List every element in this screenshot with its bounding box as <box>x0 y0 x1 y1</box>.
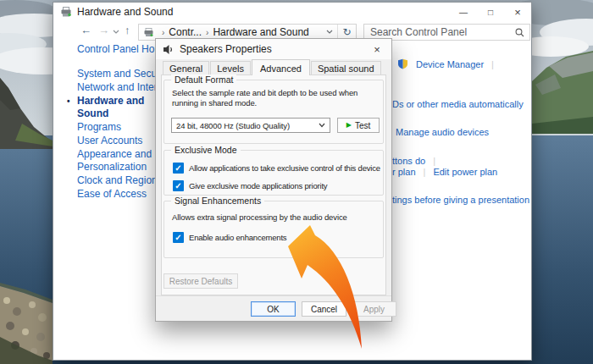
address-dropdown-icon[interactable] <box>326 30 333 35</box>
default-format-description: Select the sample rate and bit depth to … <box>172 88 379 108</box>
link-separator: | <box>491 59 494 69</box>
tab-advanced[interactable]: Advanced <box>252 59 310 75</box>
uac-shield-icon <box>397 58 408 69</box>
checkbox-checked-icon[interactable]: ✓ <box>173 232 184 243</box>
sidebar-item-label: Hardware and Sound <box>77 95 144 119</box>
minimize-button[interactable]: — <box>450 3 477 21</box>
restore-defaults-button[interactable]: Restore Defaults <box>163 273 238 289</box>
up-button[interactable]: ↑ <box>125 24 130 36</box>
search-icon[interactable] <box>515 28 524 37</box>
presentation-row: tings before giving a presentation <box>392 195 529 205</box>
checkbox-checked-icon[interactable]: ✓ <box>173 180 184 191</box>
dialog-titlebar: Speakers Properties × <box>156 39 391 59</box>
speaker-icon <box>163 44 174 55</box>
checkbox-checked-icon[interactable]: ✓ <box>173 163 184 174</box>
breadcrumb-item-control-panel[interactable]: Contr... <box>169 26 202 38</box>
test-button[interactable]: ▶ Test <box>337 118 380 133</box>
sample-rate-dropdown[interactable]: 24 bit, 48000 Hz (Studio Quality) <box>171 118 330 133</box>
autoplay-link[interactable]: Ds or other media automatically <box>392 99 524 109</box>
window-controls: — □ × <box>450 3 531 21</box>
maximize-button[interactable]: □ <box>477 3 504 21</box>
power-plan-row: r plan | Edit power plan <box>392 167 497 177</box>
test-button-label: Test <box>355 121 370 130</box>
default-format-group: Default Format Select the sample rate an… <box>163 80 384 144</box>
group-legend: Default Format <box>171 74 236 85</box>
checkbox-label: Enable audio enhancements <box>189 233 286 242</box>
window-title: Hardware and Sound <box>77 6 173 18</box>
tab-spatial-sound[interactable]: Spatial sound <box>311 61 381 74</box>
recent-pages-chevron-icon[interactable] <box>113 30 119 35</box>
hardware-and-sound-icon <box>60 6 72 18</box>
control-panel-icon <box>143 27 154 38</box>
power-buttons-link[interactable]: ttons do <box>392 156 425 166</box>
group-legend: Exclusive Mode <box>171 145 241 155</box>
presentation-settings-link[interactable]: tings before giving a presentation <box>392 195 529 205</box>
close-button[interactable]: × <box>504 3 531 21</box>
dialog-close-button[interactable]: × <box>363 39 391 59</box>
edit-power-plan-link[interactable]: Edit power plan <box>433 167 497 177</box>
breadcrumb-separator: › <box>206 28 208 37</box>
ok-button[interactable]: OK <box>251 301 296 317</box>
autoplay-row: Ds or other media automatically <box>392 99 524 109</box>
search-input[interactable] <box>364 26 515 38</box>
group-legend: Signal Enhancements <box>171 196 264 206</box>
checkbox-exclusive-priority[interactable]: ✓ Give exclusive mode applications prior… <box>173 180 327 191</box>
sound-row: Manage audio devices <box>396 127 489 137</box>
checkbox-enable-audio-enhancements[interactable]: ✓ Enable audio enhancements <box>173 232 286 243</box>
manage-audio-devices-link[interactable]: Manage audio devices <box>396 127 489 137</box>
tab-general[interactable]: General <box>163 61 209 74</box>
checkbox-label: Give exclusive mode applications priorit… <box>189 181 327 190</box>
device-manager-row: Device Manager | <box>397 58 494 69</box>
breadcrumb-item-hardware-and-sound[interactable]: Hardware and Sound <box>213 26 308 38</box>
device-manager-link[interactable]: Device Manager <box>416 59 484 69</box>
power-plan-link[interactable]: r plan <box>392 167 416 177</box>
dialog-tabs: General Levels Advanced Spatial sound <box>163 59 382 74</box>
active-bullet-icon: • <box>67 95 70 108</box>
dialog-title: Speakers Properties <box>180 43 272 55</box>
signal-enhancements-group: Signal Enhancements Allows extra signal … <box>163 201 384 258</box>
cancel-button[interactable]: Cancel <box>302 301 346 317</box>
power-buttons-row: ttons do | <box>392 156 435 166</box>
checkbox-allow-exclusive-control[interactable]: ✓ Allow applications to take exclusive c… <box>173 163 380 174</box>
forward-button[interactable]: → <box>98 24 109 36</box>
speakers-properties-dialog: Speakers Properties × General Levels Adv… <box>155 38 392 322</box>
desktop: Hardware and Sound — □ × ← → ↑ › <box>0 0 593 364</box>
window-titlebar: Hardware and Sound — □ × <box>53 3 531 21</box>
play-icon: ▶ <box>346 122 352 129</box>
dropdown-value: 24 bit, 48000 Hz (Studio Quality) <box>172 121 290 130</box>
tab-levels[interactable]: Levels <box>210 61 251 74</box>
back-button[interactable]: ← <box>80 24 91 36</box>
chevron-down-icon <box>319 123 325 128</box>
exclusive-mode-group: Exclusive Mode ✓ Allow applications to t… <box>163 150 384 196</box>
link-separator: | <box>433 156 435 166</box>
apply-button[interactable]: Apply <box>352 301 396 317</box>
breadcrumb-separator: › <box>162 28 164 37</box>
signal-enhancements-description: Allows extra signal processing by the au… <box>172 212 379 223</box>
dialog-footer: OK Cancel Apply <box>156 295 391 321</box>
link-separator: | <box>424 167 426 177</box>
checkbox-label: Allow applications to take exclusive con… <box>189 163 380 173</box>
